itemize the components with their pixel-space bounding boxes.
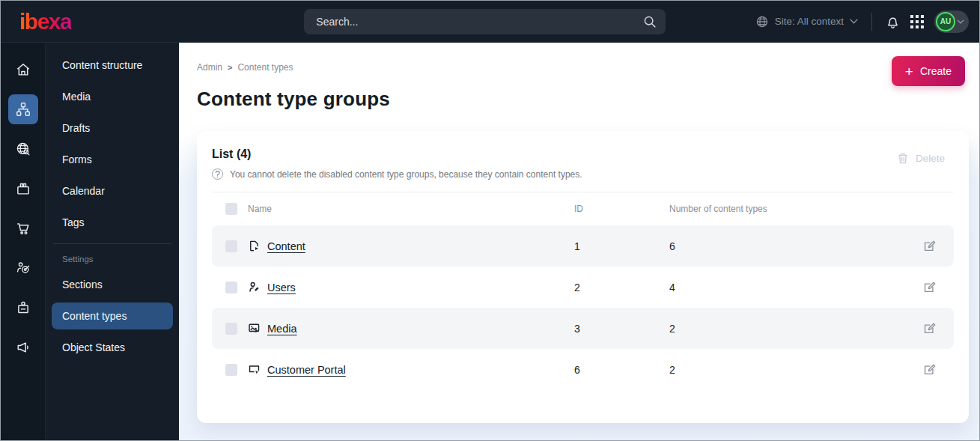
edit-button[interactable]: [922, 240, 945, 253]
group-count: 4: [669, 282, 922, 294]
search-container: [179, 9, 755, 34]
breadcrumb-content-types: Content types: [237, 62, 293, 73]
breadcrumb-separator: >: [228, 63, 232, 72]
site-context-selector[interactable]: Site: All context: [755, 15, 858, 28]
group-id: 3: [574, 323, 669, 335]
sidebar-item-content-types[interactable]: Content types: [52, 302, 173, 329]
breadcrumb: Admin > Content types: [179, 43, 979, 73]
edit-pencil-icon: [922, 363, 936, 377]
global-search[interactable]: [304, 9, 666, 34]
trash-icon: [897, 152, 909, 165]
table-header-row: Name ID Number of content types: [212, 192, 954, 225]
group-count: 2: [669, 323, 922, 335]
group-id: 1: [574, 240, 669, 252]
group-link-users[interactable]: Users: [267, 282, 574, 294]
media-image-icon: [248, 322, 267, 335]
sidebar-menu: Content structure Media Drafts Forms Cal…: [46, 43, 179, 440]
list-heading: List (4): [212, 147, 582, 161]
edit-button[interactable]: [922, 363, 945, 377]
rail-home-icon[interactable]: [8, 55, 38, 85]
ibexa-logo: ibexa: [19, 9, 71, 34]
list-info-text: You cannot delete the disabled content t…: [230, 169, 582, 180]
sidebar-item-object-states[interactable]: Object States: [52, 334, 173, 361]
content-file-icon: [248, 240, 267, 252]
group-count: 2: [669, 364, 922, 376]
rail-personalization-icon[interactable]: [8, 253, 38, 283]
page-title: Content type groups: [197, 88, 979, 111]
table-row: Customer Portal 6 2: [212, 349, 954, 390]
rail-admin-badge-icon[interactable]: [8, 293, 38, 323]
select-all-checkbox[interactable]: [225, 203, 237, 215]
avatar: AU: [936, 12, 955, 31]
group-id: 6: [574, 364, 669, 376]
table-row: Users 2 4: [212, 267, 954, 308]
content-type-groups-card: List (4) ? You cannot delete the disable…: [197, 131, 969, 423]
table-row: Media 3 2: [212, 308, 954, 349]
content-type-groups-table: Name ID Number of content types Content …: [212, 192, 954, 390]
icon-rail: [1, 43, 46, 440]
row-checkbox[interactable]: [225, 240, 237, 252]
notifications-bell-icon[interactable]: [886, 14, 900, 29]
column-header-name: Name: [248, 204, 574, 214]
edit-button[interactable]: [922, 281, 945, 294]
sidebar-item-tags[interactable]: Tags: [52, 209, 173, 236]
edit-button[interactable]: [922, 322, 945, 335]
delete-button-label: Delete: [916, 153, 945, 164]
create-button-label: Create: [920, 65, 952, 77]
globe-icon: [755, 15, 769, 28]
sidebar-item-forms[interactable]: Forms: [52, 146, 173, 173]
menu-divider: [53, 243, 171, 244]
row-checkbox[interactable]: [225, 323, 237, 335]
group-id: 2: [574, 282, 669, 294]
user-menu[interactable]: AU: [934, 10, 969, 33]
site-context-label: Site: All context: [775, 16, 844, 27]
group-link-customer-portal[interactable]: Customer Portal: [267, 364, 574, 376]
rail-site-icon[interactable]: [8, 134, 38, 164]
table-row: Content 1 6: [212, 225, 954, 267]
app-grid-icon[interactable]: [910, 15, 924, 28]
sidebar-item-calendar[interactable]: Calendar: [52, 177, 173, 204]
group-link-content[interactable]: Content: [267, 240, 574, 252]
help-question-icon: ?: [212, 168, 223, 180]
sidebar-item-media[interactable]: Media: [52, 83, 173, 110]
edit-pencil-icon: [922, 281, 936, 294]
delete-button[interactable]: Delete: [897, 152, 945, 165]
row-checkbox[interactable]: [225, 364, 237, 376]
row-checkbox[interactable]: [225, 282, 237, 294]
group-count: 6: [669, 240, 922, 252]
sidebar-item-drafts[interactable]: Drafts: [52, 115, 173, 142]
rail-products-icon[interactable]: [8, 174, 38, 204]
topbar-divider: [871, 13, 872, 31]
settings-section-header: Settings: [52, 253, 173, 271]
edit-pencil-icon: [922, 322, 936, 335]
logo-container[interactable]: ibexa: [1, 9, 179, 34]
chevron-down-icon: [850, 19, 858, 24]
column-header-count: Number of content types: [669, 204, 922, 214]
rail-commerce-cart-icon[interactable]: [8, 213, 38, 243]
user-edit-icon: [248, 281, 267, 294]
edit-pencil-icon: [922, 240, 936, 253]
group-link-media[interactable]: Media: [267, 323, 574, 335]
rail-content-structure-icon[interactable]: [8, 94, 38, 124]
create-button[interactable]: + Create: [892, 56, 965, 86]
rail-engage-megaphone-icon[interactable]: [8, 332, 38, 362]
topbar-controls: Site: All context AU: [755, 10, 979, 33]
search-input[interactable]: [316, 16, 643, 28]
breadcrumb-admin[interactable]: Admin: [197, 62, 222, 73]
chevron-down-icon: [957, 19, 964, 24]
sidebar-item-content-structure[interactable]: Content structure: [52, 52, 173, 79]
app-window: ibexa Site: All context: [0, 0, 980, 441]
main-content: Admin > Content types + Create Content t…: [179, 43, 979, 440]
top-bar: ibexa Site: All context: [1, 1, 979, 43]
sidebar-item-sections[interactable]: Sections: [52, 271, 173, 298]
column-header-id: ID: [574, 204, 669, 214]
search-icon[interactable]: [643, 15, 657, 28]
portal-screen-icon: [248, 363, 267, 376]
plus-icon: +: [905, 64, 913, 79]
